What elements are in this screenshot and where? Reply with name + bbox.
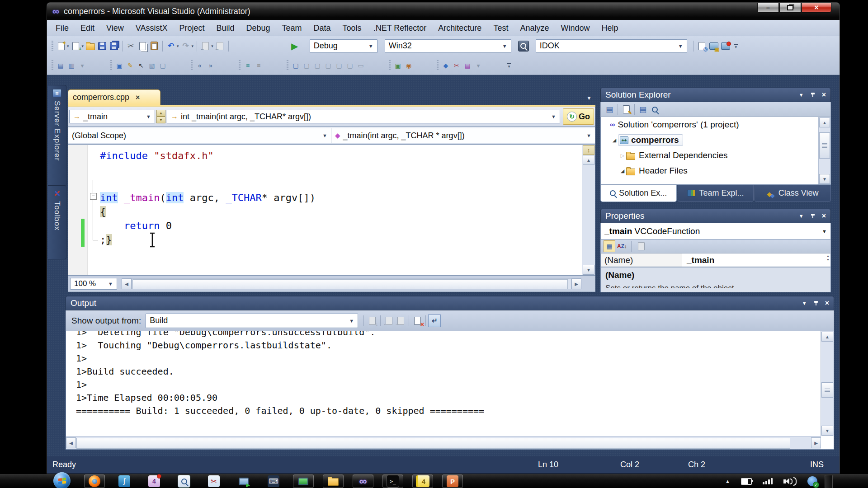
magnifier-keyboard-icon[interactable]: ⌨	[263, 474, 284, 488]
menu-item-netreflector[interactable]: .NET Reflector	[368, 20, 433, 36]
tree-scrollbar[interactable]: ▲ ▼	[818, 117, 830, 184]
console-monitor-icon[interactable]	[293, 474, 314, 488]
remote-desktop-icon[interactable]: ▶	[233, 474, 254, 488]
chevron-expanded-icon[interactable]: ◢	[611, 137, 618, 143]
photo-viewer-icon[interactable]: 4	[144, 474, 165, 488]
output-header[interactable]: Output ▼ ×	[66, 296, 834, 310]
comment-icon[interactable]: ≡	[243, 61, 253, 70]
document-list-dropdown-icon[interactable]: ▼	[586, 95, 592, 101]
snippet-cut-icon[interactable]: ✂	[452, 61, 462, 70]
previous-message-icon[interactable]: ←	[383, 315, 395, 327]
add-dropdown-icon[interactable]: ▾	[82, 44, 84, 48]
toolbar-overflow-icon[interactable]: ▾	[507, 63, 511, 68]
menu-item-debug[interactable]: Debug	[241, 20, 276, 36]
show-all-files-icon[interactable]: ✎	[620, 103, 632, 115]
find-in-files-icon[interactable]: ◎	[696, 40, 708, 52]
tree-item-solution-comperrors-1-project-[interactable]: ∞Solution 'comperrors' (1 project)	[601, 117, 830, 132]
chevron-expanded-icon[interactable]: ◢	[619, 168, 626, 174]
navigate-backward-icon[interactable]: ←	[199, 40, 211, 52]
menu-item-build[interactable]: Build	[210, 20, 240, 36]
visual-studio-icon[interactable]: ∞	[353, 474, 373, 488]
undo-dropdown-icon[interactable]: ▾	[177, 44, 179, 48]
tree-item-header-files[interactable]: ◢Header Files	[601, 163, 830, 178]
bookmark-next-icon[interactable]: ▢	[323, 61, 333, 70]
clear-all-icon[interactable]: ×	[411, 315, 423, 327]
find-symbol-icon[interactable]	[518, 40, 529, 52]
toolbar-grip[interactable]	[239, 60, 241, 71]
format-icon[interactable]: ▤	[462, 61, 472, 70]
increase-indent-icon[interactable]: »	[206, 61, 216, 70]
show-desktop-button[interactable]	[825, 475, 833, 488]
scroll-up-icon[interactable]: ▲	[583, 155, 594, 165]
navigate-forward-icon[interactable]: →	[214, 40, 226, 52]
menu-item-view[interactable]: View	[100, 20, 130, 36]
scroll-down-icon[interactable]: ▼	[583, 265, 594, 275]
new-page-icon[interactable]: ▢	[158, 61, 168, 70]
menu-item-data[interactable]: Data	[308, 20, 337, 36]
chevron-collapsed-icon[interactable]: ▷	[619, 153, 626, 159]
menu-item-architecture[interactable]: Architecture	[432, 20, 487, 36]
find-combo[interactable]: IDOK▼	[536, 39, 687, 53]
new-project-icon[interactable]: ✦	[55, 40, 67, 52]
alphabetical-icon[interactable]: AZ↓	[617, 243, 627, 249]
bookmark-prev-folder-icon[interactable]: ▢	[302, 61, 311, 70]
toggle-word-wrap-icon[interactable]: ↵	[428, 314, 441, 327]
tab-team-explorer[interactable]: Team Expl...	[678, 185, 754, 202]
bookmark-toggle-icon[interactable]: ▢	[291, 61, 301, 70]
web-browser-icon[interactable]: ◉	[404, 61, 414, 70]
save-icon[interactable]	[96, 40, 108, 52]
highlight-icon[interactable]: ▣	[114, 61, 124, 70]
tab-close-icon[interactable]: ×	[136, 94, 140, 102]
cut-icon[interactable]: ✂	[125, 40, 137, 52]
scroll-right-icon[interactable]: ▶	[571, 278, 581, 289]
blue-app-icon[interactable]: ∫	[114, 474, 135, 488]
zoom-combo[interactable]: 100 % ▼	[70, 278, 117, 290]
auto-hide-pin-icon[interactable]	[811, 214, 815, 218]
scroll-thumb[interactable]	[819, 132, 830, 159]
indicator-margin[interactable]	[68, 145, 88, 275]
firefox-icon[interactable]	[84, 474, 105, 488]
window-position-dropdown-icon[interactable]: ▼	[799, 92, 804, 98]
minimize-button[interactable]: –	[757, 3, 779, 13]
menu-item-tools[interactable]: Tools	[337, 20, 368, 36]
view-outline-icon[interactable]: ▤	[637, 103, 649, 115]
scroll-down-icon[interactable]: ▼	[821, 426, 833, 436]
object-combo[interactable]: _tmain VCCodeFunction ▼	[600, 223, 831, 239]
windows-explorer-icon[interactable]	[323, 474, 344, 488]
output-vertical-scrollbar[interactable]: ▲ ▼	[821, 331, 834, 436]
add-item-icon[interactable]: +	[70, 40, 82, 52]
scroll-down-icon[interactable]: ▼	[819, 174, 830, 184]
grid-spinner-icon[interactable]: ▲▼	[826, 254, 830, 262]
save-all-icon[interactable]	[108, 40, 120, 52]
property-pages-icon[interactable]	[636, 240, 647, 252]
toolbar-grip[interactable]	[437, 60, 439, 71]
menu-item-analyze[interactable]: Analyze	[514, 20, 555, 36]
editor-horizontal-scrollbar[interactable]	[132, 278, 571, 289]
close-panel-icon[interactable]: ×	[822, 212, 826, 220]
document-search-icon[interactable]	[174, 474, 194, 488]
start-debugging-icon[interactable]: ▶	[289, 40, 301, 52]
toolbar-grip[interactable]	[52, 41, 53, 52]
menu-item-vassistx[interactable]: VAssistX	[130, 20, 174, 36]
go-button[interactable]: ↻ Go	[563, 108, 594, 125]
auto-hide-pin-icon[interactable]	[811, 93, 815, 97]
scroll-left-icon[interactable]: ◀	[122, 278, 132, 289]
menu-item-file[interactable]: File	[50, 20, 75, 36]
open-file-icon[interactable]	[85, 40, 96, 52]
code-line[interactable]: return 0	[100, 219, 172, 233]
toolbar-grip[interactable]	[287, 60, 288, 71]
battery-icon[interactable]	[741, 478, 752, 485]
menu-item-test[interactable]: Test	[487, 20, 514, 36]
title-bar[interactable]: ∞ comperrors - Microsoft Visual Studio (…	[47, 3, 840, 20]
auto-hide-pin-icon[interactable]	[814, 301, 818, 305]
solution-platforms-combo[interactable]: Win32▼	[385, 39, 511, 53]
bookmark-clear-icon[interactable]: ▢	[345, 61, 355, 70]
splitter-handle-icon[interactable]: ↕	[583, 145, 594, 155]
editor-vertical-scrollbar[interactable]: ↕ ▲ ▼	[582, 145, 595, 275]
scope-member-combo[interactable]: ◆ _tmain(int argc, _TCHAR * argv[]) ▼	[331, 128, 595, 143]
code-editor[interactable]: − #include "stdafx.h"int _tmain(int argc…	[68, 145, 595, 276]
restore-button[interactable]	[779, 3, 801, 13]
menu-item-team[interactable]: Team	[276, 20, 308, 36]
scroll-left-icon[interactable]: ◀	[66, 437, 76, 448]
yellow-app-icon[interactable]: 4	[412, 474, 433, 488]
